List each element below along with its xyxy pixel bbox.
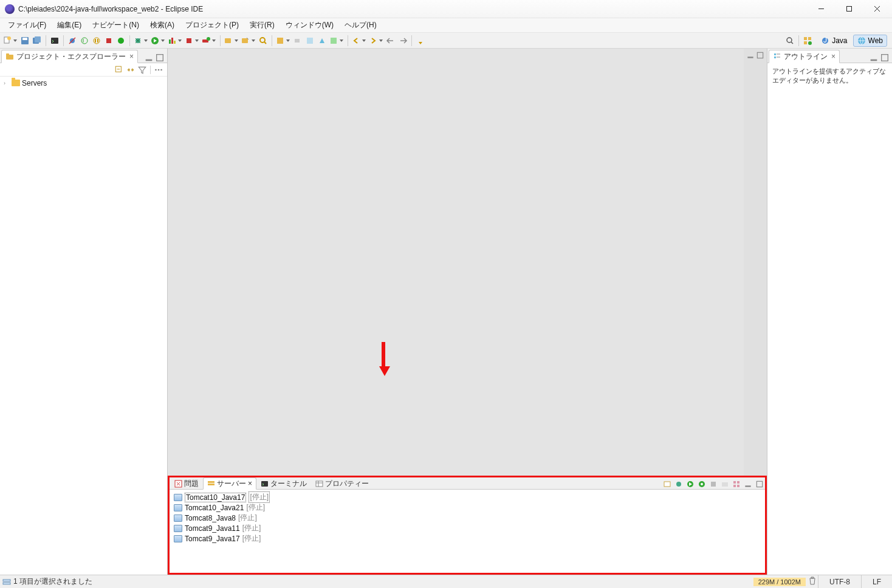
- link-editor-button[interactable]: [126, 65, 136, 75]
- action-button[interactable]: [317, 35, 328, 46]
- maximize-button[interactable]: [835, 0, 863, 18]
- tab-terminal[interactable]: ターミナル: [256, 477, 311, 490]
- new-project-dropdown[interactable]: [241, 35, 256, 46]
- project-explorer-tab[interactable]: プロジェクト・エクスプローラー ×: [1, 50, 138, 63]
- run-dropdown[interactable]: [150, 35, 166, 46]
- stop-server-button[interactable]: [708, 479, 718, 489]
- run-last-dropdown[interactable]: [184, 35, 200, 46]
- maximize-view-button[interactable]: [155, 53, 165, 63]
- heap-status[interactable]: 229M / 1002M: [753, 578, 806, 586]
- terminal-button[interactable]: [49, 35, 60, 46]
- gc-button[interactable]: [807, 576, 818, 587]
- forward-dropdown[interactable]: [368, 35, 384, 46]
- menu-search[interactable]: 検索(A): [145, 18, 180, 32]
- skip-breakpoints-button[interactable]: [67, 35, 78, 46]
- close-icon[interactable]: ×: [129, 52, 134, 61]
- server-row[interactable]: Tomcat9_Java11 [停止]: [174, 523, 761, 533]
- quick-access-button[interactable]: [784, 35, 795, 46]
- debug-dropdown[interactable]: [133, 35, 149, 46]
- back-dropdown[interactable]: [351, 35, 367, 46]
- menu-help[interactable]: ヘルプ(H): [339, 18, 382, 32]
- minimize-view-button[interactable]: [144, 53, 154, 63]
- profile-server-button[interactable]: [697, 479, 707, 489]
- pin-editor-button[interactable]: [415, 35, 426, 46]
- svg-point-44: [158, 69, 160, 70]
- publish-server-button[interactable]: [720, 479, 730, 489]
- clean-server-button[interactable]: [732, 479, 741, 489]
- tab-properties[interactable]: プロパティー: [311, 477, 373, 490]
- svg-rect-6: [35, 36, 41, 43]
- pin-button[interactable]: [292, 35, 303, 46]
- open-perspective-button[interactable]: [802, 35, 813, 46]
- save-all-button[interactable]: [32, 35, 43, 46]
- minimize-button[interactable]: [807, 0, 835, 18]
- collapse-all-button[interactable]: [114, 65, 124, 75]
- tree-item-servers[interactable]: › Servers: [0, 78, 167, 88]
- suspend-button[interactable]: [91, 35, 102, 46]
- coverage-dropdown[interactable]: [167, 35, 183, 46]
- servers-list[interactable]: Tomcat10_Java17 [停止]Tomcat10_Java21 [停止]…: [168, 490, 767, 575]
- new-server-dropdown[interactable]: [224, 35, 239, 46]
- annotation-prev-dropdown[interactable]: [275, 35, 291, 46]
- java-icon: J: [821, 36, 829, 45]
- stop-extra-button[interactable]: [115, 35, 126, 46]
- status-line-ending[interactable]: LF: [861, 575, 892, 588]
- search-button[interactable]: [258, 35, 269, 46]
- perspective-java[interactable]: J Java: [817, 35, 851, 47]
- history-back-button[interactable]: [385, 35, 396, 46]
- perspective-web-label: Web: [868, 36, 883, 45]
- server-row[interactable]: Tomcat10_Java17 [停止]: [174, 492, 761, 502]
- menu-edit[interactable]: 編集(E): [52, 18, 87, 32]
- view-menu-button[interactable]: [154, 65, 163, 75]
- no-servers-button[interactable]: [662, 479, 672, 489]
- menu-file[interactable]: ファイル(F): [2, 18, 52, 32]
- server-name: Tomcat9_Java17: [185, 535, 240, 543]
- close-icon[interactable]: ×: [248, 479, 252, 488]
- start-server-button[interactable]: [685, 479, 695, 489]
- svg-rect-4: [22, 38, 27, 40]
- tab-servers[interactable]: サーバー ×: [203, 477, 256, 490]
- server-row[interactable]: Tomcat9_Java17 [停止]: [174, 533, 761, 544]
- step-button[interactable]: [304, 35, 315, 46]
- server-icon: [174, 514, 182, 522]
- status-encoding[interactable]: UTF-8: [818, 575, 861, 588]
- debug-server-button[interactable]: [674, 479, 684, 489]
- minimize-bottom-button[interactable]: [743, 479, 753, 489]
- tab-problems[interactable]: 問題: [170, 477, 203, 490]
- svg-point-34: [808, 41, 812, 45]
- expand-icon[interactable]: ›: [4, 80, 10, 86]
- outline-tab[interactable]: アウトライン ×: [769, 50, 840, 63]
- svg-point-22: [207, 37, 210, 41]
- project-tree[interactable]: › Servers: [0, 77, 167, 575]
- maximize-outline-button[interactable]: [880, 53, 890, 63]
- svg-point-57: [701, 483, 703, 485]
- svg-rect-64: [745, 485, 750, 487]
- action-dropdown[interactable]: [329, 35, 345, 46]
- history-forward-button[interactable]: [397, 35, 408, 46]
- close-button[interactable]: [863, 0, 891, 18]
- servers-toolbar: [660, 479, 767, 489]
- filter-button[interactable]: [137, 65, 147, 75]
- server-row[interactable]: Tomcat10_Java21 [停止]: [174, 502, 761, 513]
- minimize-outline-button[interactable]: [869, 53, 879, 63]
- new-button[interactable]: [2, 35, 18, 46]
- menu-navigate[interactable]: ナビゲート(N): [87, 18, 145, 32]
- save-button[interactable]: [19, 35, 30, 46]
- project-explorer-toolbar: [0, 63, 167, 77]
- svg-rect-65: [756, 481, 762, 487]
- menu-run[interactable]: 実行(R): [244, 18, 280, 32]
- close-icon[interactable]: ×: [831, 52, 835, 61]
- svg-rect-13: [106, 38, 111, 43]
- server-row[interactable]: Tomcat8_Java8 [停止]: [174, 513, 761, 523]
- stop-button[interactable]: [103, 35, 114, 46]
- svg-point-54: [676, 482, 681, 487]
- external-tools-dropdown[interactable]: [201, 35, 217, 46]
- menu-project[interactable]: プロジェクト(P): [180, 18, 244, 32]
- perspective-web[interactable]: Web: [853, 35, 887, 47]
- resume-button[interactable]: [79, 35, 90, 46]
- maximize-editor-button[interactable]: [756, 51, 764, 61]
- menu-window[interactable]: ウィンドウ(W): [280, 18, 339, 32]
- maximize-bottom-button[interactable]: [755, 479, 764, 489]
- outline-tabs: アウトライン ×: [767, 49, 892, 63]
- minimize-editor-button[interactable]: [746, 51, 755, 61]
